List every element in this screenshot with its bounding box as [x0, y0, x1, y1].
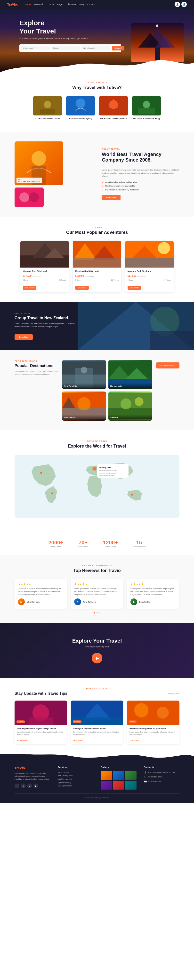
- destination-card-1[interactable]: Norway Lake: [108, 360, 152, 389]
- stat-1: 70+ Travel Guides: [78, 539, 88, 547]
- world-best-main-image: ▶ Find Your Best Destination: [14, 142, 63, 185]
- blog-read-more-0[interactable]: View Details: [17, 739, 27, 741]
- stat-num-1: 70+: [78, 539, 88, 546]
- footer-gallery-col: Gallery: [101, 766, 137, 789]
- read-more-button[interactable]: Read More: [102, 195, 121, 200]
- gallery-item-3[interactable]: [101, 781, 112, 789]
- find-all-button[interactable]: Find All Destination: [156, 363, 180, 369]
- why-travel-title: Why Travel with Tutive?: [14, 85, 180, 90]
- blog-post-desc-2: Lorem ipsum dolor sit amet consectetur a…: [129, 731, 177, 736]
- blog-post-title-2: Best Interior design Idea for your home.: [129, 727, 177, 730]
- stat-label-2: Tours & Travels: [103, 546, 118, 547]
- map-section: EXPLORE WORLD Explore the World for Trav…: [0, 430, 194, 532]
- blog-read-more-2[interactable]: View Details: [129, 739, 140, 741]
- review-stars-1: ★★★★★: [74, 582, 120, 586]
- copyright: © 2024 Travio. All Rights Reserved.: [84, 797, 111, 798]
- blog-post-desc-1: Lorem ipsum dolor sit amet consectetur a…: [73, 731, 121, 736]
- svg-point-8: [44, 101, 51, 108]
- reviewer-avatar-0: M: [18, 598, 25, 605]
- check-text-2: Expert local guides at every destination: [105, 189, 139, 191]
- feature-item-3: 98% of Our Travelers are Happy: [132, 96, 161, 119]
- gallery-item-0[interactable]: [101, 771, 112, 780]
- blog-tag-2: Interior: [129, 721, 137, 723]
- social-facebook[interactable]: f: [14, 784, 19, 788]
- feature-item-0: 5000+ Our Worldwide Guides: [33, 96, 62, 119]
- badge-icon: ▶: [18, 178, 40, 180]
- review-dot-1[interactable]: [96, 612, 98, 614]
- feature-image-1: [66, 96, 95, 116]
- social-youtube[interactable]: ▶: [33, 784, 38, 788]
- feature-item-2: 12+ Hours of Travel Experience: [99, 96, 128, 119]
- adventure-name-0: Moscow Red City Land: [23, 270, 67, 272]
- gallery-item-2[interactable]: [125, 771, 137, 780]
- adventure-btn-1[interactable]: See Details: [75, 286, 89, 290]
- footer-brand: TraVio. Lorem ipsum dolor sit amet conse…: [14, 766, 51, 789]
- svg-point-74: [134, 703, 148, 718]
- play-button[interactable]: ▶: [92, 653, 102, 663]
- nav-blog[interactable]: Blog: [79, 3, 84, 6]
- svg-point-66: [131, 494, 133, 496]
- logo[interactable]: TraVio.: [7, 3, 18, 6]
- blog-read-more-1[interactable]: View Details: [73, 739, 83, 741]
- social-twitter[interactable]: t: [21, 784, 26, 788]
- nav-elements[interactable]: Elements: [67, 3, 76, 6]
- nav-destination[interactable]: Destination: [34, 3, 45, 6]
- check-item-1: ✓ Flexible payment options available: [102, 185, 180, 187]
- blog-body-1: Strategic & commercial with Issues. Lore…: [71, 725, 123, 744]
- group-book-btn[interactable]: Book Now: [14, 334, 33, 340]
- user-icon-1[interactable]: 👤: [175, 2, 180, 7]
- nav-tours[interactable]: Tours: [48, 3, 54, 6]
- explore-video-subtitle: Your New Traveling Idea: [85, 646, 109, 648]
- location-icon: 📍: [144, 772, 147, 774]
- destination-card-2[interactable]: African Park: [62, 391, 106, 421]
- gallery-item-4[interactable]: [113, 781, 124, 789]
- explore-video-title: Explore Your Travel: [72, 638, 122, 644]
- stat-0: 2000+ Happy Clients: [48, 539, 63, 547]
- review-card-0: ★★★★★ Lorem ipsum dolor sit amet consect…: [14, 579, 67, 609]
- feature-label-0: 5000+ Our Worldwide Guides: [33, 118, 62, 119]
- footer-links: UI/UX Design Web Development App Develop…: [58, 771, 94, 787]
- blog-tag-1: Business: [73, 721, 81, 723]
- footer-services-title: Services: [58, 766, 94, 769]
- footer-services: Services UI/UX Design Web Development Ap…: [58, 766, 94, 789]
- hero-subtitle: Discover your next great adventure, beco…: [19, 37, 92, 40]
- footer-service-0[interactable]: UI/UX Design: [58, 771, 94, 773]
- footer-service-1[interactable]: Web Development: [58, 775, 94, 777]
- blog-image-1: Business: [71, 700, 123, 725]
- search-button[interactable]: Search: [112, 46, 124, 51]
- feature-image-3: [132, 96, 161, 116]
- gallery-item-5[interactable]: [125, 781, 137, 789]
- destination-card-3[interactable]: Vietnam: [108, 391, 152, 421]
- adventure-card-0: Moscow Red City Land $179.00 /per person…: [21, 241, 69, 292]
- blog-section: NEWS & ARTICLES Stay Update with Travio …: [0, 678, 194, 754]
- nav-pages[interactable]: Pages: [57, 3, 64, 6]
- footer-service-2[interactable]: App Development: [58, 778, 94, 780]
- review-dot-2[interactable]: [99, 612, 100, 614]
- adventures-tag: TOP PICK: [14, 226, 180, 229]
- destination-card-0[interactable]: New York City: [62, 360, 106, 389]
- adventure-meta-2: 5 Days 20 People: [127, 279, 171, 281]
- adventures-title: Our Most Popular Adventures: [14, 230, 180, 235]
- adventure-image-0: [21, 241, 69, 267]
- social-linkedin[interactable]: in: [27, 784, 32, 788]
- footer-service-3[interactable]: Digital Marketing: [58, 781, 94, 784]
- search-input-month[interactable]: [51, 46, 81, 51]
- destination-label-1: Norway Lake: [108, 383, 152, 389]
- gallery-item-1[interactable]: [113, 771, 124, 780]
- nav-contact[interactable]: Contact: [87, 3, 95, 6]
- nav-home[interactable]: Home: [25, 3, 31, 6]
- world-best-tag: ABOUT TRAVEL: [102, 148, 180, 150]
- search-input-people[interactable]: [81, 46, 111, 51]
- destinations-title: Popular Destinations: [14, 364, 58, 368]
- search-input-where[interactable]: [21, 46, 50, 51]
- user-icon-2[interactable]: 👤: [181, 2, 187, 7]
- footer-service-4[interactable]: SEO Optimization: [58, 785, 94, 787]
- all-posts-link[interactable]: All Blog Posts: [168, 692, 180, 695]
- review-dot-0[interactable]: [94, 612, 95, 614]
- adventure-btn-0[interactable]: See Details: [23, 286, 37, 290]
- adventure-btn-2[interactable]: See Details: [127, 286, 141, 290]
- blog-image-0: Outdoor: [14, 700, 67, 725]
- play-icon: ▶: [96, 656, 99, 660]
- badge-text: Find Your Best Destination: [18, 180, 40, 182]
- blog-image-2: Interior: [127, 700, 180, 725]
